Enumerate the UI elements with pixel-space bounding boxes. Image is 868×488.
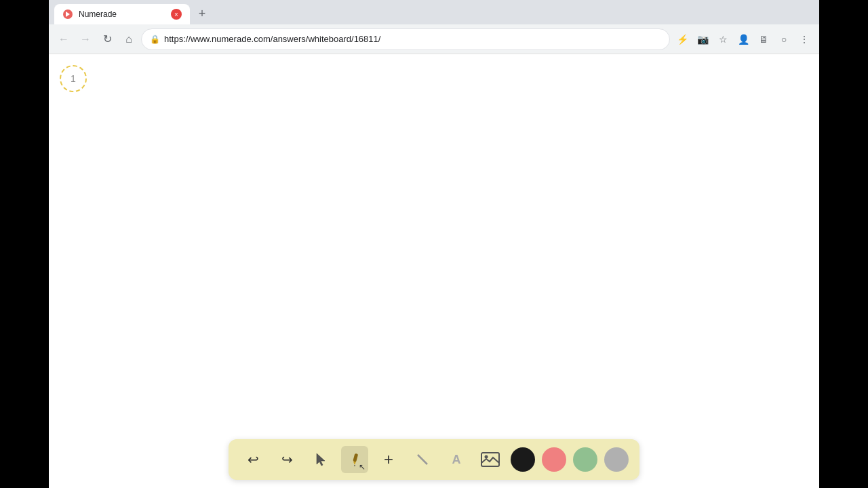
- whiteboard-canvas[interactable]: 1 ↩ ↪ ↖: [49, 54, 819, 488]
- eraser-icon: [415, 452, 430, 467]
- redo-button[interactable]: ↪: [273, 446, 300, 473]
- home-icon: ⌂: [125, 33, 132, 45]
- page-indicator: 1: [60, 65, 87, 92]
- address-input[interactable]: 🔒 https://www.numerade.com/answers/white…: [141, 28, 670, 50]
- extensions-button[interactable]: ⚡: [673, 30, 692, 49]
- bookmark-button[interactable]: ☆: [713, 30, 732, 49]
- svg-rect-1: [353, 453, 358, 462]
- color-black[interactable]: [511, 447, 535, 472]
- active-tab[interactable]: Numerade ×: [54, 4, 190, 24]
- select-tool-button[interactable]: [307, 446, 334, 473]
- profile-button[interactable]: ○: [774, 30, 793, 49]
- camera-button[interactable]: 📷: [693, 30, 712, 49]
- tab-close-button[interactable]: ×: [171, 9, 182, 20]
- home-button[interactable]: ⌂: [119, 30, 138, 49]
- redo-icon: ↪: [281, 451, 293, 468]
- browser-window: Numerade × + ← → ↻ ⌂ 🔒 https://www.numer…: [49, 0, 819, 488]
- add-button[interactable]: +: [375, 446, 402, 473]
- back-icon: ←: [58, 33, 69, 45]
- image-button[interactable]: [477, 446, 504, 473]
- svg-rect-5: [481, 453, 499, 466]
- cast-button[interactable]: 🖥: [754, 30, 773, 49]
- color-green[interactable]: [573, 447, 597, 472]
- tab-bar: Numerade × +: [49, 0, 819, 24]
- color-gray[interactable]: [604, 447, 629, 472]
- svg-marker-2: [353, 462, 356, 465]
- pen-icon: [347, 452, 362, 467]
- back-button[interactable]: ←: [54, 30, 73, 49]
- address-text: https://www.numerade.com/answers/whitebo…: [164, 34, 661, 44]
- add-icon: +: [384, 450, 393, 469]
- account-button[interactable]: 👤: [734, 30, 753, 49]
- forward-button[interactable]: →: [76, 30, 95, 49]
- drawing-toolbar: ↩ ↪ ↖ +: [229, 439, 639, 480]
- new-tab-button[interactable]: +: [193, 4, 212, 23]
- text-icon: A: [452, 453, 461, 467]
- menu-button[interactable]: ⋮: [795, 30, 814, 49]
- tab-favicon: [62, 9, 73, 20]
- lock-icon: 🔒: [150, 35, 160, 44]
- undo-button[interactable]: ↩: [239, 446, 267, 473]
- image-icon: [481, 451, 500, 468]
- forward-icon: →: [80, 33, 91, 45]
- page-number: 1: [71, 73, 76, 84]
- svg-line-4: [418, 455, 427, 464]
- color-pink[interactable]: [542, 447, 566, 472]
- address-bar: ← → ↻ ⌂ 🔒 https://www.numerade.com/answe…: [49, 24, 819, 54]
- text-tool-button[interactable]: A: [443, 446, 470, 473]
- refresh-button[interactable]: ↻: [98, 30, 117, 49]
- select-icon: [313, 452, 328, 467]
- eraser-button[interactable]: [409, 446, 436, 473]
- pen-tool-button[interactable]: ↖: [341, 446, 368, 473]
- tab-title: Numerade: [79, 9, 165, 19]
- browser-toolbar-icons: ⚡ 📷 ☆ 👤 🖥 ○ ⋮: [673, 30, 814, 49]
- refresh-icon: ↻: [103, 33, 112, 45]
- undo-icon: ↩: [248, 451, 259, 468]
